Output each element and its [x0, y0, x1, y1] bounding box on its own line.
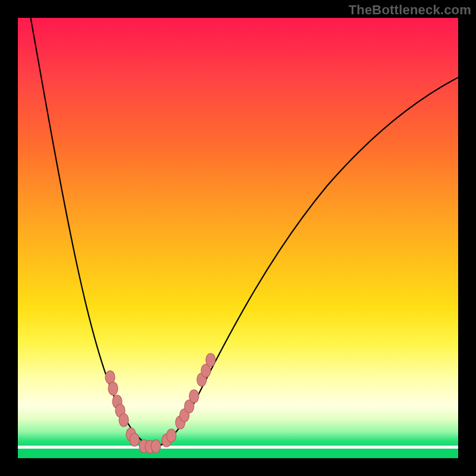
curve-bead — [167, 429, 176, 442]
curve-bead — [189, 390, 199, 403]
curve-bead — [130, 433, 139, 446]
curve-bead — [206, 353, 215, 367]
curve-bead — [119, 414, 129, 427]
curve-layer — [18, 18, 458, 458]
outer-frame: TheBottleneck.com — [0, 0, 476, 476]
curve-bead — [108, 382, 118, 395]
bead-group — [105, 353, 215, 453]
watermark-text: TheBottleneck.com — [349, 2, 471, 18]
curve-bead — [151, 440, 161, 453]
bottleneck-curve — [29, 18, 458, 446]
plot-area — [18, 18, 458, 458]
